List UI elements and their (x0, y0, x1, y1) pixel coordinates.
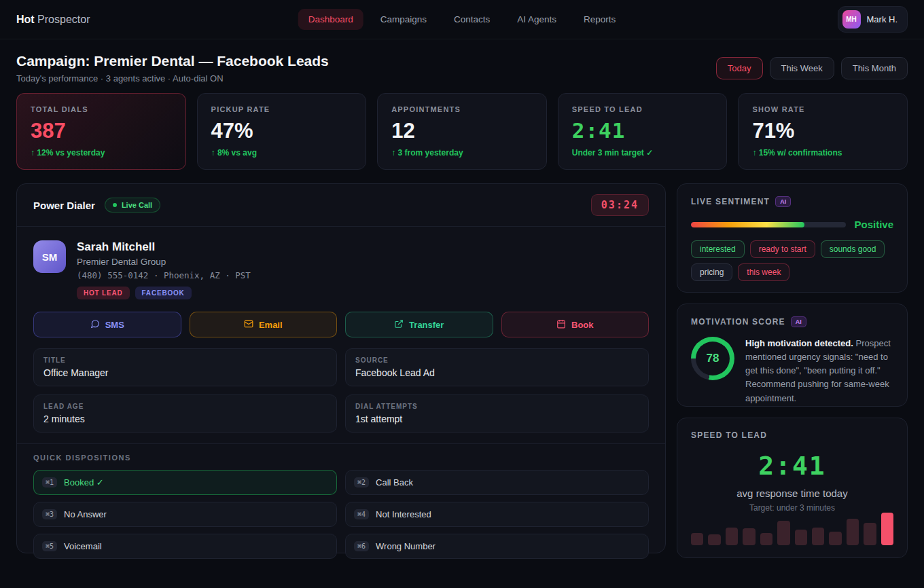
user-name: Mark H. (867, 14, 898, 24)
sentiment-value: Positive (854, 219, 893, 230)
kpi-card-show-rate: SHOW RATE 71% ↑ 15% w/ confirmations (738, 93, 908, 170)
speed-bar (760, 533, 772, 545)
range-month-button[interactable]: This Month (841, 57, 908, 79)
speed-bar (881, 513, 893, 545)
right-sidebar: LIVE SENTIMENT AI Positive interested re… (677, 183, 908, 553)
kpi-label: SPEED TO LEAD (572, 105, 713, 113)
keyword-chip: this week (738, 263, 789, 281)
disposition-label: Wrong Number (376, 541, 436, 551)
kpi-label: APPOINTMENTS (391, 105, 533, 113)
disposition-label: Voicemail (64, 541, 102, 551)
page-title: Campaign: Premier Dental — Facebook Lead… (16, 53, 329, 69)
arrow-out-icon (394, 319, 404, 331)
avatar: MH (842, 10, 861, 29)
speed-bar (829, 532, 841, 545)
sentiment-title: LIVE SENTIMENT (691, 197, 770, 206)
brand-logo: Hot Prospector (16, 14, 90, 26)
sentiment-title-row: LIVE SENTIMENT AI (691, 196, 893, 207)
kpi-value: 47% (211, 120, 353, 141)
disposition-label: Booked ✓ (64, 477, 104, 488)
envelope-icon (244, 319, 253, 331)
nav-item-ai-agents[interactable]: AI Agents (507, 9, 567, 30)
live-call-badge: Live Call (105, 198, 160, 213)
kpi-delta: ↑ 3 from yesterday (391, 148, 533, 158)
dialer-header: Power Dialer Live Call 03:24 (17, 184, 665, 227)
lead-fields: TITLE Office Manager SOURCE Facebook Lea… (17, 337, 665, 433)
contact-name: Sarah Mitchell (77, 240, 251, 254)
kpi-label: SHOW RATE (752, 105, 893, 113)
kpi-delta: ↑ 12% vs yesterday (31, 148, 172, 158)
speed-value: 2:41 (691, 451, 893, 481)
quick-dispositions-title: QUICK DISPOSITIONS (33, 454, 649, 462)
shortcut-key-badge: ⌘4 (354, 509, 369, 519)
live-call-label: Live Call (122, 201, 152, 209)
page-subtitle: Today's performance · 3 agents active · … (16, 73, 329, 84)
live-dot-icon (113, 203, 117, 207)
field-source: SOURCE Facebook Lead Ad (345, 348, 649, 386)
kpi-card-appointments: APPOINTMENTS 12 ↑ 3 from yesterday (377, 93, 547, 170)
book-button[interactable]: Book (501, 312, 650, 337)
motivation-body: 78 High motivation detected. Prospect me… (691, 337, 893, 405)
shortcut-key-badge: ⌘5 (42, 541, 57, 551)
field-value: 1st attempt (355, 414, 639, 424)
motivation-title: MOTIVATION SCORE (691, 317, 785, 327)
range-today-button[interactable]: Today (716, 57, 763, 79)
disposition-no-answer[interactable]: ⌘3 No Answer (33, 502, 337, 527)
transfer-button[interactable]: Transfer (345, 312, 493, 337)
brand-light: Prospector (37, 14, 90, 25)
disposition-not-interested[interactable]: ⌘4 Not Interested (345, 502, 649, 527)
speed-bar (708, 534, 720, 545)
speed-bars-chart (691, 513, 893, 545)
disposition-wrong-number[interactable]: ⌘6 Wrong Number (345, 534, 649, 559)
shortcut-key-badge: ⌘6 (354, 541, 369, 551)
email-label: Email (259, 320, 283, 330)
hot-lead-badge: HOT LEAD (77, 287, 130, 299)
sentiment-meter-track (691, 222, 846, 227)
range-week-button[interactable]: This Week (770, 57, 834, 79)
speed-title-row: SPEED TO LEAD (691, 430, 893, 440)
live-sentiment-panel: LIVE SENTIMENT AI Positive interested re… (677, 183, 908, 293)
shortcut-key-badge: ⌘2 (354, 477, 369, 488)
field-title: TITLE Office Manager (33, 348, 337, 386)
speed-title: SPEED TO LEAD (691, 430, 767, 440)
range-toggle: Today This Week This Month (716, 57, 908, 79)
speed-bar (691, 533, 703, 545)
keyword-chip: sounds good (821, 240, 885, 258)
nav-item-contacts[interactable]: Contacts (444, 9, 500, 30)
ai-badge: AI (775, 196, 791, 207)
motivation-title-row: MOTIVATION SCORE AI (691, 316, 893, 327)
nav-items: Dashboard Campaigns Contacts AI Agents R… (298, 9, 626, 30)
motivation-summary-bold: High motivation detected. (745, 338, 853, 348)
kpi-delta: Under 3 min target ✓ (572, 148, 713, 158)
nav-item-reports[interactable]: Reports (573, 9, 626, 30)
disposition-voicemail[interactable]: ⌘5 Voicemail (33, 534, 337, 559)
field-lead-age: LEAD AGE 2 minutes (33, 394, 337, 433)
disposition-booked[interactable]: ⌘1 Booked ✓ (33, 470, 337, 495)
user-menu[interactable]: MH Mark H. (838, 6, 908, 33)
page-title-block: Campaign: Premier Dental — Facebook Lead… (16, 53, 329, 84)
contact-details: Sarah Mitchell Premier Dental Group (480… (77, 240, 251, 299)
speed-caption: avg response time today (691, 488, 893, 499)
sms-button[interactable]: SMS (33, 312, 181, 337)
speed-bar (847, 519, 859, 545)
field-value: Office Manager (43, 367, 327, 378)
power-dialer-panel: Power Dialer Live Call 03:24 SM Sarah Mi… (16, 183, 666, 553)
contact-card: SM Sarah Mitchell Premier Dental Group (… (17, 227, 665, 310)
disposition-label: No Answer (64, 509, 107, 519)
nav-item-dashboard[interactable]: Dashboard (298, 9, 363, 30)
kpi-card-speed-to-lead: SPEED TO LEAD 2:41 Under 3 min target ✓ (558, 93, 728, 170)
ai-badge: AI (791, 316, 806, 327)
keyword-chip: ready to start (750, 240, 815, 258)
field-label: SOURCE (355, 356, 639, 364)
field-label: DIAL ATTEMPTS (355, 403, 639, 410)
kpi-delta: ↑ 8% vs avg (211, 148, 353, 158)
email-button[interactable]: Email (190, 312, 338, 337)
brand-bold: Hot (16, 14, 35, 25)
kpi-value: 71% (752, 120, 893, 141)
field-label: TITLE (43, 356, 327, 364)
disposition-call-back[interactable]: ⌘2 Call Back (345, 470, 649, 495)
dispositions-grid: ⌘1 Booked ✓ ⌘2 Call Back ⌘3 No Answer ⌘4… (33, 470, 649, 559)
shortcut-key-badge: ⌘3 (42, 509, 57, 519)
nav-item-campaigns[interactable]: Campaigns (370, 9, 437, 30)
kpi-row: TOTAL DIALS 387 ↑ 12% vs yesterday PICKU… (0, 93, 924, 170)
